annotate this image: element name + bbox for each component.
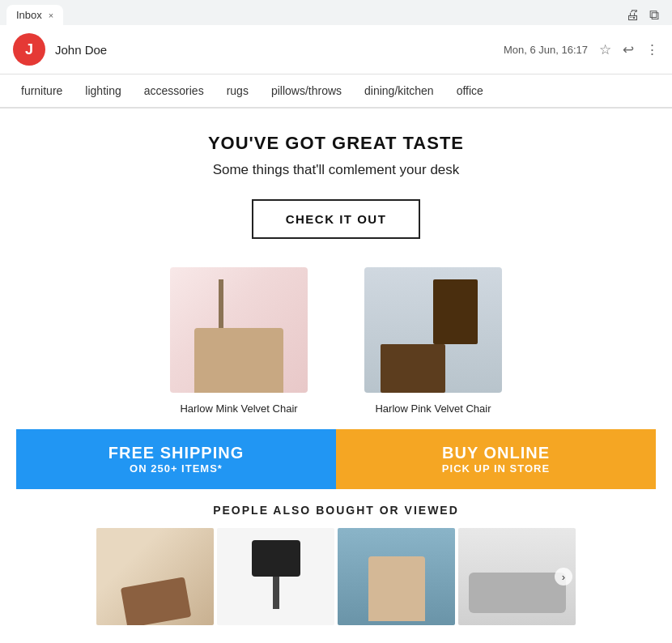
nav-office[interactable]: office xyxy=(445,75,495,107)
email-title: YOU'VE GOT GREAT TASTE xyxy=(16,133,656,154)
free-shipping-title: FREE SHIPPING xyxy=(24,444,328,462)
nav-accessories[interactable]: accessories xyxy=(133,75,215,107)
email-body: YOU'VE GOT GREAT TASTE Some things that'… xyxy=(0,109,672,643)
more-icon[interactable]: ⋮ xyxy=(645,41,659,58)
print-icon[interactable]: 🖨 xyxy=(626,7,640,23)
header-actions: Mon, 6 Jun, 16:17 ☆ ↩ ⋮ xyxy=(504,41,659,58)
free-shipping-banner[interactable]: FREE SHIPPING ON 250+ ITEMS* xyxy=(16,429,336,489)
tab-bar: Inbox × 🖨 ⧉ xyxy=(0,0,672,25)
inbox-tab[interactable]: Inbox × xyxy=(6,5,63,25)
product-1-name: Harlow Mink Velvet Chair xyxy=(158,402,320,415)
banner-row: FREE SHIPPING ON 250+ ITEMS* BUY ONLINE … xyxy=(16,429,656,489)
nav-bar: furniture lighting accessories rugs pill… xyxy=(0,75,672,109)
also-bought-title: PEOPLE ALSO BOUGHT OR VIEWED xyxy=(24,504,648,517)
product-1[interactable]: Harlow Mink Velvet Chair xyxy=(158,265,320,415)
product-2-name: Harlow Pink Velvet Chair xyxy=(352,402,514,415)
thumbnail-4[interactable]: › xyxy=(458,528,576,625)
cta-button[interactable]: CHECK IT OUT xyxy=(252,199,421,239)
email-subtitle: Some things that'll comlement your desk xyxy=(16,162,656,178)
product-2-image xyxy=(360,265,506,394)
also-bought-section: PEOPLE ALSO BOUGHT OR VIEWED › xyxy=(16,489,656,633)
thumbnails-row: › xyxy=(24,528,648,625)
buy-online-banner[interactable]: BUY ONLINE PICK UP IN STORE xyxy=(336,429,656,489)
chair2-illustration xyxy=(364,267,502,393)
star-icon[interactable]: ☆ xyxy=(599,41,611,58)
buy-online-title: BUY ONLINE xyxy=(344,444,648,462)
nav-furniture[interactable]: furniture xyxy=(10,75,74,107)
product-1-image xyxy=(166,265,312,394)
reply-icon[interactable]: ↩ xyxy=(623,41,634,58)
sender-name: John Doe xyxy=(55,43,107,57)
nav-pillows-throws[interactable]: pillows/throws xyxy=(260,75,353,107)
thumbnail-1[interactable] xyxy=(96,528,214,625)
chair1-illustration xyxy=(170,267,308,393)
avatar: J xyxy=(13,33,45,66)
nav-lighting[interactable]: lighting xyxy=(74,75,132,107)
tab-label: Inbox xyxy=(16,9,42,21)
product-2[interactable]: Harlow Pink Velvet Chair xyxy=(352,265,514,415)
thumbnail-2[interactable] xyxy=(217,528,334,625)
nav-dining-kitchen[interactable]: dining/kitchen xyxy=(353,75,445,107)
thumbnail-3[interactable] xyxy=(338,528,455,625)
next-arrow-icon[interactable]: › xyxy=(555,568,572,586)
popout-icon[interactable]: ⧉ xyxy=(649,7,659,23)
nav-rugs[interactable]: rugs xyxy=(215,75,260,107)
free-shipping-subtitle: ON 250+ ITEMS* xyxy=(24,462,328,475)
email-header: J John Doe Mon, 6 Jun, 16:17 ☆ ↩ ⋮ xyxy=(0,25,672,75)
email-date: Mon, 6 Jun, 16:17 xyxy=(504,44,588,56)
tab-close-button[interactable]: × xyxy=(49,11,53,20)
products-row: Harlow Mink Velvet Chair Harlow Pink Vel… xyxy=(16,265,656,415)
buy-online-subtitle: PICK UP IN STORE xyxy=(344,462,648,475)
